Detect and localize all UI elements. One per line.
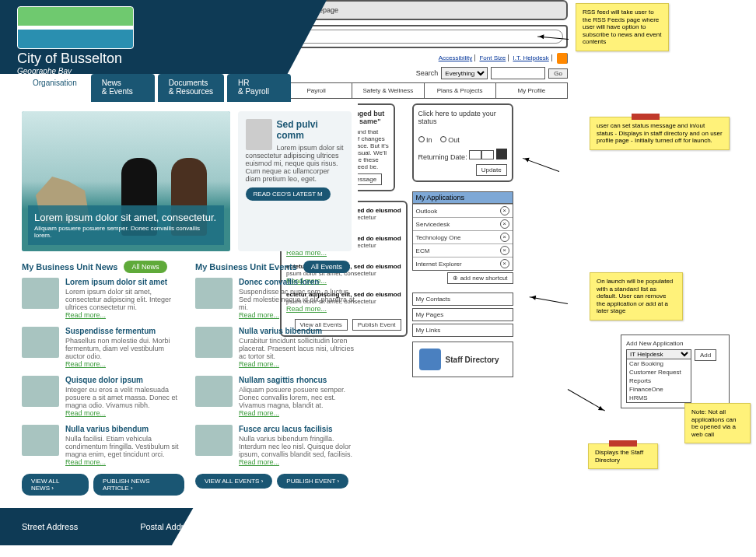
read-more-link[interactable]: Read more... xyxy=(65,458,106,466)
search-go-button[interactable]: Go xyxy=(548,68,568,79)
site-footer: Street Address Postal Address xyxy=(0,508,358,545)
link-my-links[interactable]: My Links xyxy=(412,324,513,337)
news-heading: My Business Unit News xyxy=(22,262,117,271)
thumbnail xyxy=(195,425,233,456)
read-more-link[interactable]: Read more... xyxy=(65,409,106,417)
link-accessibility[interactable]: Accessibility xyxy=(436,54,476,61)
wtab-safety[interactable]: Safety & Wellness xyxy=(352,83,423,98)
wtab-plans[interactable]: Plans & Projects xyxy=(424,83,495,98)
thumbnail xyxy=(195,376,233,407)
events-heading: My Business Unit Events xyxy=(195,262,297,271)
note-staff: Displays the Staff Directory xyxy=(588,443,658,469)
read-more-link[interactable]: Read more... xyxy=(239,409,279,417)
remove-app-icon[interactable]: × xyxy=(500,219,509,229)
list-item: Nullam sagittis rhoncusAliquam posuere p… xyxy=(195,376,358,417)
note-status: user can set status message and in/out s… xyxy=(590,117,730,150)
thumbnail xyxy=(22,278,59,309)
note-addapp: Note: Not all applications can be opened… xyxy=(684,403,751,443)
tab-organisation[interactable]: Organisation xyxy=(22,74,88,102)
app-item[interactable]: Internet Explorer× xyxy=(413,257,513,270)
thumbnail xyxy=(22,425,59,456)
status-out-radio[interactable] xyxy=(440,136,446,142)
read-more-link[interactable]: Read more... xyxy=(65,360,106,368)
app-option[interactable]: Customer Request xyxy=(627,368,691,377)
add-application-dialog: Add New Application IT Helpdesk Car Book… xyxy=(621,335,730,408)
app-item[interactable]: Outlook× xyxy=(413,204,513,217)
view-all-news-button[interactable]: VIEW ALL NEWS xyxy=(22,474,89,496)
read-more-link[interactable]: Read more... xyxy=(239,360,279,368)
tab-news-events[interactable]: News& Events xyxy=(91,74,155,102)
tab-documents[interactable]: Documents& Resources xyxy=(158,74,224,102)
my-applications-panel: My Applications Outlook×Servicedesk×Tech… xyxy=(412,191,513,286)
search-scope-select[interactable]: Everything xyxy=(441,67,488,79)
search-query-input[interactable] xyxy=(491,67,545,79)
rss-icon[interactable] xyxy=(557,53,568,64)
list-item: Lorem ipsum dolor sit ametLorem ipsum do… xyxy=(22,278,184,319)
all-news-pill[interactable]: All News xyxy=(124,261,166,273)
brand-title: City of Busselton xyxy=(17,51,327,67)
status-in-radio[interactable] xyxy=(418,136,425,142)
hero-banner[interactable]: Lorem ipsum dolor sit amet, consectetur.… xyxy=(22,111,230,251)
date-field[interactable] xyxy=(469,150,481,159)
list-item: Nulla varius bibendumNulla facilisi. Eti… xyxy=(22,425,184,466)
news-column: My Business Unit News All News Lorem ips… xyxy=(22,261,184,496)
events-column: My Business Unit Events All Events Donec… xyxy=(195,261,358,496)
app-option[interactable]: FinanceOne xyxy=(627,385,691,394)
hero-subtitle: Aliquam posuere posuere semper. Donec co… xyxy=(34,225,218,239)
remove-app-icon[interactable]: × xyxy=(500,246,509,255)
link-font-size[interactable]: Font Size xyxy=(477,54,509,61)
logo-icon xyxy=(17,6,134,49)
read-more-link[interactable]: Read more... xyxy=(65,311,106,319)
all-events-pill[interactable]: All Events xyxy=(303,261,350,273)
publish-news-button[interactable]: PUBLISH NEWS ARTICLE xyxy=(93,474,184,496)
note-rss: RSS feed will take user to the RSS Feeds… xyxy=(576,3,669,51)
update-status-button[interactable]: Update xyxy=(476,164,507,176)
phone-icon xyxy=(419,349,441,370)
note-apps: On launch will be populated with a stand… xyxy=(590,272,683,321)
app-select[interactable]: IT Helpdesk xyxy=(626,349,691,359)
list-item: Quisque dolor ipsumInteger eu eros a vel… xyxy=(22,376,184,417)
list-item: Donec convallis lorenSuspendisse ac nunc… xyxy=(195,278,358,319)
site-header: City of Busselton Geographe Bay xyxy=(0,0,327,74)
thumbnail xyxy=(195,327,233,358)
remove-app-icon[interactable]: × xyxy=(500,206,509,215)
list-item: Fusce arcu lacus facilisisNulla varius b… xyxy=(195,425,358,466)
link-my-contacts[interactable]: My Contacts xyxy=(412,293,513,306)
app-item[interactable]: Technology One× xyxy=(413,230,513,243)
tab-hr-payroll[interactable]: HR& Payroll xyxy=(227,74,291,102)
app-option[interactable]: Car Booking xyxy=(627,359,691,368)
thumbnail xyxy=(22,327,59,358)
status-panel: Click here to update your status In Out … xyxy=(412,103,513,182)
read-more-link[interactable]: Read more... xyxy=(239,458,279,466)
add-app-button[interactable]: Add xyxy=(695,349,716,361)
read-ceo-button[interactable]: READ CEO'S LATEST M xyxy=(246,187,331,201)
thumbnail xyxy=(22,376,59,407)
app-option[interactable]: HRMS xyxy=(627,394,691,402)
list-item: Nulla varius bibendumCurabitur tincidunt… xyxy=(195,327,358,368)
publish-event-button[interactable]: PUBLISH EVENT xyxy=(277,474,348,489)
staff-directory-button[interactable]: Staff Directory xyxy=(412,342,513,377)
primary-nav: Organisation News& Events Documents& Res… xyxy=(22,74,358,102)
publish-event-wire[interactable]: Publish Event xyxy=(352,319,401,331)
thumbnail xyxy=(195,278,233,309)
app-item[interactable]: ECM× xyxy=(413,243,513,257)
calendar-icon[interactable] xyxy=(496,149,507,159)
read-more-link[interactable]: Read more... xyxy=(239,311,279,319)
ceo-feature: Sed pulvi comm Lorem ipsum dolor sit con… xyxy=(238,111,352,251)
status-prompt[interactable]: Click here to update your status xyxy=(418,110,507,125)
link-it-helpdesk[interactable]: I.T. Helpdesk xyxy=(511,54,552,61)
add-shortcut-button[interactable]: ⊕ add new shortcut xyxy=(447,272,513,284)
remove-app-icon[interactable]: × xyxy=(500,233,509,242)
hero-title: Lorem ipsum dolor sit amet, consectetur. xyxy=(34,212,218,223)
link-my-pages[interactable]: My Pages xyxy=(412,308,513,321)
wtab-profile[interactable]: My Profile xyxy=(495,83,567,98)
app-option[interactable]: Reports xyxy=(627,377,691,385)
remove-app-icon[interactable]: × xyxy=(500,259,509,268)
ceo-photo xyxy=(246,119,272,150)
app-item[interactable]: Servicedesk× xyxy=(413,217,513,230)
list-item: Suspendisse fermentumPhasellus non moles… xyxy=(22,327,184,368)
view-all-events-button[interactable]: VIEW ALL EVENTS xyxy=(195,474,272,489)
